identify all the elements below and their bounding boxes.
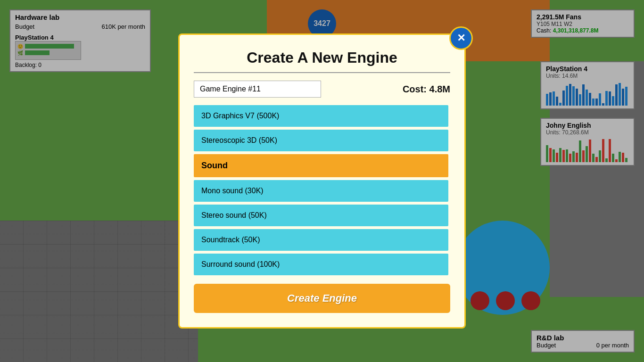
- features-container: 3D Graphics V7 (500K)Stereoscopic 3D (50…: [194, 105, 450, 275]
- close-icon: ✕: [457, 32, 465, 44]
- modal-close-button[interactable]: ✕: [449, 26, 473, 50]
- create-engine-modal: ✕ Create A New Engine Cost: 4.8M 3D Grap…: [178, 33, 466, 329]
- feature-item[interactable]: Stereo sound (50K): [194, 205, 448, 226]
- feature-category: Sound: [194, 154, 448, 177]
- feature-item[interactable]: Soundtrack (50K): [194, 229, 448, 251]
- create-engine-button[interactable]: Create Engine: [194, 284, 450, 313]
- features-list[interactable]: 3D Graphics V7 (500K)Stereoscopic 3D (50…: [194, 105, 450, 275]
- feature-item[interactable]: Mono sound (30K): [194, 180, 448, 202]
- feature-item[interactable]: 3D Graphics V7 (500K): [194, 105, 448, 127]
- engine-cost: Cost: 4.8M: [403, 84, 450, 95]
- feature-item[interactable]: Stereoscopic 3D (50K): [194, 130, 448, 151]
- feature-item[interactable]: Surround sound (100K): [194, 254, 448, 275]
- modal-title: Create A New Engine: [194, 49, 450, 66]
- engine-name-row: Cost: 4.8M: [194, 81, 450, 98]
- modal-overlay: ✕ Create A New Engine Cost: 4.8M 3D Grap…: [0, 0, 644, 362]
- modal-divider: [194, 72, 450, 73]
- engine-name-input[interactable]: [194, 81, 321, 98]
